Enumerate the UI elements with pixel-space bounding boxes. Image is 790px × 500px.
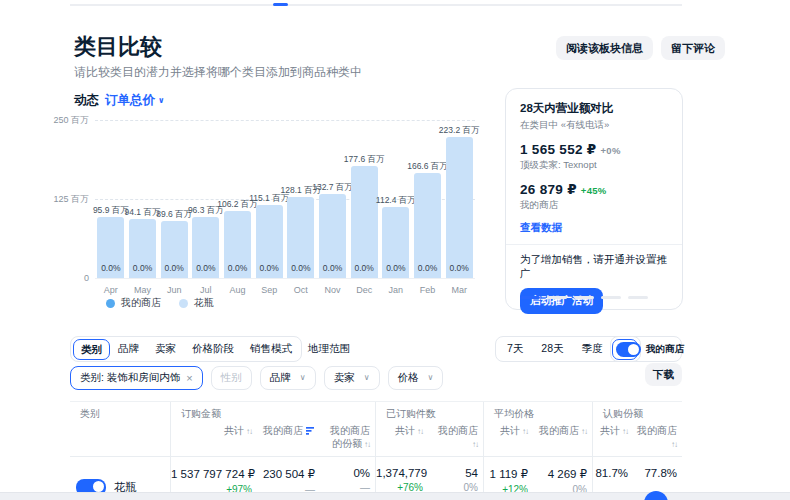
chart-bar[interactable] — [446, 137, 473, 278]
table-group-header-2: 平均价格 — [483, 402, 592, 422]
header-buttons: 阅读该板块信息 留下评论 — [556, 36, 725, 60]
cell-value: 4 269 ₽ — [533, 467, 587, 481]
filter-tab-3[interactable]: 价格阶段 — [184, 342, 242, 356]
chevron-down-icon: ∨ — [158, 96, 165, 105]
table-sort-header[interactable]: 我的商店↑↓ — [633, 422, 682, 456]
chart-bar[interactable] — [351, 166, 378, 278]
mystore-caption: 我的商店 — [520, 199, 668, 212]
legend-dot-icon — [106, 299, 115, 308]
table-header-category: 类别 — [70, 402, 170, 422]
start-promotion-button[interactable]: 启动推广活动 — [520, 288, 603, 314]
table-sort-header[interactable]: 我的商店↑↓ — [533, 422, 592, 456]
legend-label: 花瓶 — [194, 296, 214, 310]
mystore-delta: +45% — [581, 185, 607, 196]
y-axis-tick-label: 125 百万 — [53, 193, 95, 206]
period-option-1[interactable]: 28天 — [532, 342, 572, 356]
leave-comment-button[interactable]: 留下评论 — [661, 36, 725, 60]
cell-value: 54 — [428, 467, 478, 479]
page-title: 类目比较 — [74, 32, 162, 62]
filter-tab-1[interactable]: 品牌 — [110, 342, 147, 356]
store-toggle-label: 我的商店 — [646, 343, 684, 356]
store-toggle[interactable] — [616, 342, 641, 357]
x-axis-tick-label: Aug — [229, 285, 245, 295]
x-axis-tick-label: Feb — [420, 285, 436, 295]
page-subtitle: 请比较类目的潜力并选择将哪个类目添加到商品种类中 — [74, 64, 362, 81]
bar-share-label: 0.0% — [196, 263, 215, 273]
chart-plot: 250 百万125 百万095.9 百万0.0%Apr94.1 百万0.0%Ma… — [95, 120, 475, 278]
download-button[interactable]: 下载 — [645, 363, 682, 386]
active-tab-indicator — [273, 3, 288, 6]
sort-arrows-icon: ↑↓ — [522, 427, 528, 436]
carousel-dot[interactable] — [574, 296, 594, 299]
filter-chip-3[interactable]: 卖家∨ — [324, 366, 380, 390]
read-section-info-button[interactable]: 阅读该板块信息 — [556, 36, 653, 60]
view-data-link[interactable]: 查看数据 — [520, 221, 562, 235]
promo-text: 为了增加销售，请开通并设置推广 — [520, 253, 668, 280]
table-subheader-row: 共计↑↓我的商店我的商店的份额↑↓共计↑↓我的商店↑↓共计↑↓我的商店↑↓共计↑… — [70, 422, 682, 457]
filter-tab-4[interactable]: 销售模式 — [242, 342, 300, 356]
x-axis-tick-label: Dec — [356, 285, 372, 295]
x-axis-tick-label: Jul — [200, 285, 212, 295]
dynamics-label: 动态 — [74, 93, 99, 107]
filter-tab-2[interactable]: 卖家 — [147, 342, 184, 356]
sort-arrows-icon: ↑↓ — [671, 440, 677, 449]
filter-tab-5[interactable]: 地理范围 — [300, 342, 358, 356]
sort-arrows-icon: ↑↓ — [472, 440, 478, 449]
table-sort-header[interactable]: 共计↑↓ — [375, 422, 428, 456]
filter-chip-4[interactable]: 价格∨ — [388, 366, 444, 390]
bar-chart: 250 百万125 百万095.9 百万0.0%Apr94.1 百万0.0%Ma… — [70, 112, 482, 312]
table-sort-header[interactable]: 共计↑↓ — [483, 422, 533, 456]
filter-chip-0[interactable]: 类别: 装饰和房间内饰× — [70, 366, 203, 390]
chevron-down-icon: ∨ — [428, 373, 434, 382]
sort-arrows-icon: ↑↓ — [364, 440, 370, 449]
carousel-dot[interactable] — [547, 296, 567, 299]
legend-label: 我的商店 — [121, 296, 161, 310]
table-sort-header[interactable]: 共计↑↓ — [592, 422, 633, 456]
table-sort-header[interactable]: 我的商店↑↓ — [428, 422, 483, 456]
filter-chip-2[interactable]: 品牌∨ — [260, 366, 316, 390]
metric-dropdown[interactable]: 订单总价∨ — [105, 93, 165, 107]
top-tabbar-border — [70, 4, 682, 6]
bar-value-label: 94.1 百万 — [125, 207, 161, 219]
bar-share-label: 0.0% — [133, 263, 152, 273]
cell-value: 1 537 797 724 ₽ — [171, 467, 252, 481]
filter-tab-group: 类别品牌卖家价格阶段销售模式地理范围 — [70, 336, 302, 362]
period-option-2[interactable]: 季度 — [573, 342, 612, 356]
table-sort-header[interactable]: 我的商店的份额↑↓ — [320, 422, 375, 456]
table-group-header-row: 类别订购金额已订购件数平均价格认购份额 — [70, 401, 682, 422]
category-comparison-table: 类别订购金额已订购件数平均价格认购份额 共计↑↓我的商店我的商店的份额↑↓共计↑… — [70, 401, 682, 500]
table-sort-header[interactable]: 共计↑↓ — [170, 422, 257, 456]
page-bottom-edge — [0, 492, 790, 500]
cell-value: 230 504 ₽ — [257, 467, 315, 481]
chevron-down-icon: ∨ — [300, 373, 306, 382]
mystore-turnover-value: 26 879 ₽+45% — [520, 181, 668, 197]
period-option-0[interactable]: 7天 — [498, 342, 532, 356]
column-label: 我的商店 — [539, 425, 579, 436]
sort-arrows-icon: ↑↓ — [417, 427, 423, 436]
carousel-dot[interactable] — [520, 296, 540, 299]
column-label: 共计 — [395, 425, 415, 436]
table-group-header-3: 认购份额 — [592, 402, 682, 422]
x-axis-line — [95, 278, 475, 279]
bar-value-label: 112.4 百万 — [376, 195, 416, 207]
close-icon[interactable]: × — [186, 373, 192, 384]
x-axis-tick-label: Oct — [294, 285, 308, 295]
carousel-dot[interactable] — [601, 296, 621, 299]
chart-gridline — [95, 120, 475, 121]
table-sort-header[interactable]: 我的商店 — [257, 422, 320, 456]
column-label: 我的商店 — [263, 425, 303, 436]
chevron-down-icon: ∨ — [364, 373, 370, 382]
x-axis-tick-label: Jun — [167, 285, 182, 295]
sort-arrows-icon: ↑↓ — [581, 427, 587, 436]
card-divider — [506, 244, 682, 245]
legend-item: 花瓶 — [179, 296, 214, 310]
bar-share-label: 0.0% — [323, 263, 342, 273]
cell-value: 77.8% — [633, 467, 677, 479]
chip-label: 卖家 — [334, 371, 355, 385]
x-axis-tick-label: Apr — [104, 285, 118, 295]
filter-tab-0[interactable]: 类别 — [73, 339, 110, 360]
bar-value-label: 132.7 百万 — [312, 182, 353, 194]
cell-value: 0% — [320, 467, 370, 479]
column-label: 共计 — [224, 425, 244, 436]
carousel-dot[interactable] — [628, 296, 648, 299]
